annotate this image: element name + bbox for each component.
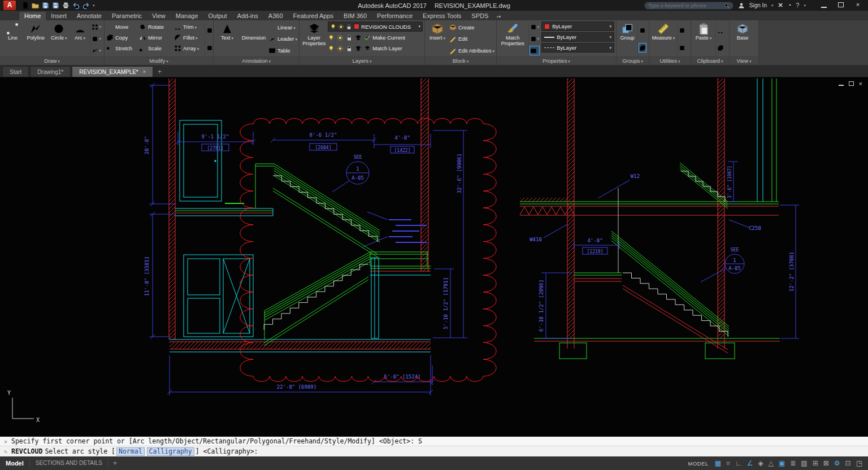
polar-tracking-icon[interactable]: ∠ bbox=[747, 457, 753, 469]
option-calligraphy[interactable]: Calligraphy bbox=[147, 447, 194, 456]
autocad-app-menu-icon[interactable]: A bbox=[3, 1, 16, 10]
option-normal[interactable]: Normal bbox=[116, 447, 145, 456]
selection-cycling-icon[interactable]: ⊞ bbox=[813, 457, 818, 469]
file-tab-start[interactable]: Start bbox=[2, 66, 29, 77]
ortho-icon[interactable]: ∟ bbox=[735, 457, 742, 469]
polyline-button[interactable]: Polyline bbox=[25, 21, 47, 56]
undo-icon[interactable] bbox=[72, 2, 80, 9]
close-tab-icon[interactable]: × bbox=[143, 69, 146, 75]
layer-dropdown-arrow-icon[interactable]: ▾ bbox=[418, 24, 420, 29]
restore-button[interactable] bbox=[838, 2, 844, 7]
tab-featured-apps[interactable]: Featured Apps bbox=[288, 12, 339, 20]
command-prompt-row[interactable]: ✎ REVCLOUD Select arc style [ Normal Cal… bbox=[0, 446, 868, 456]
tab-annotate[interactable]: Annotate bbox=[72, 12, 107, 20]
create-block-button[interactable]: Create bbox=[449, 23, 494, 32]
grid-icon[interactable]: ▦ bbox=[715, 457, 721, 469]
table-button[interactable]: Table bbox=[268, 46, 297, 55]
leader-button[interactable]: Leader bbox=[268, 34, 297, 43]
command-close-icon[interactable]: ✕ bbox=[0, 438, 11, 445]
layer-off-icon[interactable] bbox=[328, 34, 335, 41]
panel-title-annotation[interactable]: Annotation bbox=[214, 56, 299, 65]
lineweight-display-icon[interactable]: ≣ bbox=[790, 457, 796, 469]
edit-attributes-button[interactable]: Edit Attributes bbox=[449, 46, 494, 55]
linear-button[interactable]: Linear bbox=[268, 23, 297, 32]
tab-manage[interactable]: Manage bbox=[171, 12, 203, 20]
linetype-dropdown[interactable]: ByLayer▾ bbox=[541, 43, 614, 53]
layer-thaw-sun-icon[interactable] bbox=[338, 24, 344, 30]
draw-extra-button-1[interactable]: ▾ bbox=[92, 23, 101, 32]
help-icon[interactable]: ? bbox=[796, 0, 799, 11]
tab-a360[interactable]: A360 bbox=[263, 12, 288, 20]
ribbon-display-options-icon[interactable]: ▪▾ bbox=[497, 14, 501, 20]
search-input[interactable] bbox=[648, 3, 724, 8]
file-tab-revision-example[interactable]: REVISION_EXAMPLE*× bbox=[72, 66, 153, 77]
help-dropdown-icon[interactable]: ▾ bbox=[804, 3, 806, 8]
drawing-close-icon[interactable]: × bbox=[859, 81, 862, 86]
copy-button[interactable]: Copy bbox=[106, 33, 139, 42]
exchange-apps-icon[interactable]: ✕ bbox=[778, 0, 783, 11]
minimize-button[interactable] bbox=[821, 3, 827, 8]
arc-button[interactable]: Arc bbox=[71, 21, 89, 56]
properties-extra-button-2[interactable]: ▾ bbox=[530, 34, 540, 43]
plot-icon[interactable] bbox=[62, 2, 70, 9]
layer-freeze-icon[interactable] bbox=[346, 34, 353, 41]
tab-home[interactable]: Home bbox=[19, 12, 46, 20]
isometric-drafting-icon[interactable]: ◈ bbox=[758, 457, 763, 469]
tab-parametric[interactable]: Parametric bbox=[107, 12, 147, 20]
annotation-monitor-icon[interactable]: ⊡ bbox=[845, 457, 851, 469]
panel-title-clipboard[interactable]: Clipboard bbox=[691, 56, 729, 65]
new-file-icon[interactable] bbox=[21, 2, 29, 9]
object-color-dropdown[interactable]: ByLayer▾ bbox=[541, 21, 614, 31]
new-tab-button[interactable]: + bbox=[154, 68, 165, 77]
save-as-icon[interactable] bbox=[52, 2, 59, 9]
group-button[interactable]: Group bbox=[618, 21, 636, 56]
tab-output[interactable]: Output bbox=[203, 12, 232, 20]
text-button[interactable]: Text bbox=[215, 21, 239, 56]
layer-on-bulb-icon[interactable] bbox=[330, 24, 336, 30]
layer-properties-button[interactable]: Layer Properties bbox=[301, 21, 327, 56]
fillet-button[interactable]: Fillet bbox=[174, 33, 203, 42]
id-point-button[interactable] bbox=[679, 26, 685, 34]
layer-walk-icon[interactable] bbox=[355, 45, 362, 52]
scale-button[interactable]: Scale bbox=[139, 43, 174, 53]
layer-unlock-icon[interactable] bbox=[355, 34, 362, 41]
sign-in-button[interactable]: Sign In bbox=[749, 2, 767, 8]
measure-button[interactable]: Measure bbox=[651, 21, 676, 56]
save-icon[interactable] bbox=[42, 2, 49, 9]
panel-title-block[interactable]: Block bbox=[425, 56, 496, 65]
panel-title-groups[interactable]: Groups bbox=[617, 56, 649, 65]
layer-lock-icon[interactable] bbox=[346, 24, 352, 30]
file-tab-drawing1[interactable]: Drawing1* bbox=[30, 66, 71, 77]
panel-title-view[interactable]: View bbox=[730, 56, 758, 65]
panel-title-layers[interactable]: Layers bbox=[300, 56, 424, 65]
drawing-canvas[interactable]: 20'-8" 11'-8" [3581] 9'-1 1/2" [2781] 8'… bbox=[0, 77, 868, 437]
transparency-icon[interactable]: ▨ bbox=[801, 457, 807, 469]
search-icon[interactable] bbox=[724, 3, 730, 8]
drawing-restore-icon[interactable] bbox=[849, 81, 854, 86]
redo-icon[interactable] bbox=[83, 2, 90, 9]
match-layer-button[interactable]: Match Layer bbox=[364, 43, 402, 53]
trim-button[interactable]: Trim bbox=[174, 22, 203, 32]
tab-view[interactable]: View bbox=[147, 12, 171, 20]
workspace-icon[interactable]: ⚙ bbox=[834, 457, 840, 469]
object-snap-tracking-icon[interactable]: △ bbox=[769, 457, 774, 469]
layer-restore-icon[interactable] bbox=[328, 45, 335, 52]
object-snap-icon[interactable]: ▣ bbox=[779, 457, 785, 469]
rotate-button[interactable]: Rotate bbox=[139, 22, 174, 32]
layer-isolate-icon[interactable] bbox=[337, 34, 344, 41]
paste-button[interactable]: Paste bbox=[693, 21, 714, 56]
model-tab[interactable]: Model bbox=[0, 460, 29, 467]
layer-unisolate-icon[interactable] bbox=[337, 45, 344, 52]
group-selection-toggle[interactable] bbox=[639, 43, 646, 52]
new-layout-button[interactable]: + bbox=[108, 459, 121, 467]
dimension-button[interactable]: Dimension bbox=[240, 21, 267, 56]
stretch-button[interactable]: Stretch bbox=[106, 43, 139, 53]
draw-extra-button-2[interactable]: ▾ bbox=[92, 34, 101, 43]
layer-color-swatch[interactable] bbox=[354, 24, 359, 29]
properties-extra-button-1[interactable]: ▾ bbox=[530, 23, 540, 32]
search-box[interactable] bbox=[644, 2, 734, 10]
mirror-button[interactable]: Mirror bbox=[139, 33, 174, 42]
base-button[interactable]: Base bbox=[731, 21, 754, 56]
make-current-button[interactable]: Make Current bbox=[364, 33, 405, 42]
lineweight-dropdown[interactable]: ByLayer▾ bbox=[541, 32, 614, 42]
